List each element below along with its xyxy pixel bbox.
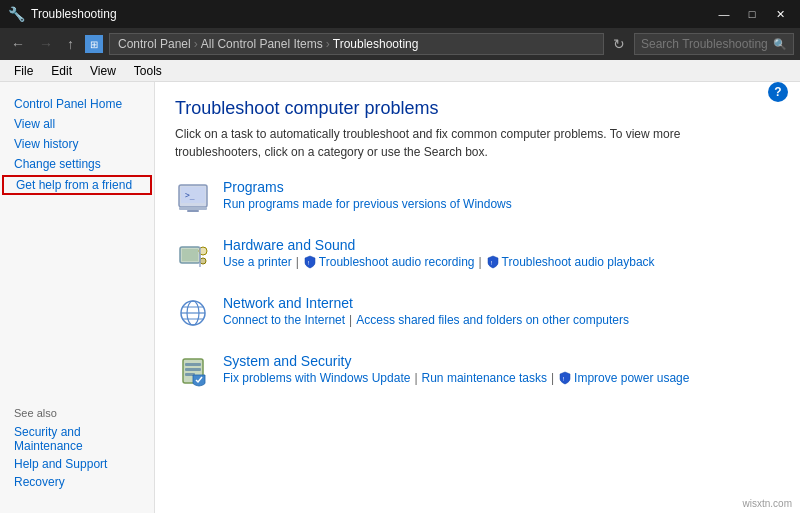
svg-text:>_: >_ <box>185 191 195 200</box>
hardware-title[interactable]: Hardware and Sound <box>223 237 780 253</box>
shield-audio-icon: ! <box>303 255 317 269</box>
hardware-sublink-1[interactable]: Troubleshoot audio recording <box>319 255 475 269</box>
programs-title[interactable]: Programs <box>223 179 780 195</box>
content-area: Troubleshoot computer problems Click on … <box>155 82 800 513</box>
category-security: System and Security Fix problems with Wi… <box>175 353 780 393</box>
page-description: Click on a task to automatically trouble… <box>175 125 755 161</box>
hardware-sublink-0[interactable]: Use a printer <box>223 255 292 269</box>
main-layout: Control Panel Home View all View history… <box>0 82 800 513</box>
refresh-button[interactable]: ↻ <box>608 34 630 54</box>
help-button[interactable]: ? <box>768 82 788 102</box>
category-network: Network and Internet Connect to the Inte… <box>175 295 780 335</box>
up-button[interactable]: ↑ <box>62 34 79 54</box>
security-title[interactable]: System and Security <box>223 353 780 369</box>
network-links: Connect to the Internet | Access shared … <box>223 313 780 327</box>
app-icon: 🔧 <box>8 6 25 22</box>
programs-sublink-0[interactable]: Run programs made for previous versions … <box>223 197 512 211</box>
menu-view[interactable]: View <box>82 62 124 80</box>
sidebar-help-support[interactable]: Help and Support <box>14 455 140 473</box>
search-box[interactable]: 🔍 <box>634 33 794 55</box>
path-segment-3: Troubleshooting <box>333 37 419 51</box>
network-sublink-0[interactable]: Connect to the Internet <box>223 313 345 327</box>
shield-power-icon: ! <box>558 371 572 385</box>
search-icon: 🔍 <box>773 38 787 51</box>
forward-button[interactable]: → <box>34 34 58 54</box>
sidebar-security-maintenance[interactable]: Security and Maintenance <box>14 423 140 455</box>
back-button[interactable]: ← <box>6 34 30 54</box>
search-input[interactable] <box>641 37 773 51</box>
title-bar: 🔧 Troubleshooting — □ ✕ <box>0 0 800 28</box>
hardware-links: Use a printer | ! Troubleshoot audio rec… <box>223 255 780 269</box>
sidebar-view-all[interactable]: View all <box>0 114 154 134</box>
menu-file[interactable]: File <box>6 62 41 80</box>
address-bar: ← → ↑ ⊞ Control Panel › All Control Pane… <box>0 28 800 60</box>
svg-rect-2 <box>179 207 207 210</box>
path-segment-1: Control Panel <box>118 37 191 51</box>
close-button[interactable]: ✕ <box>768 4 792 24</box>
svg-rect-19 <box>185 368 201 371</box>
sidebar-view-history[interactable]: View history <box>0 134 154 154</box>
sidebar-get-help[interactable]: Get help from a friend <box>2 175 152 195</box>
svg-rect-3 <box>187 210 199 212</box>
address-path[interactable]: Control Panel › All Control Panel Items … <box>109 33 604 55</box>
sidebar: Control Panel Home View all View history… <box>0 82 155 513</box>
menu-bar: File Edit View Tools <box>0 60 800 82</box>
security-sublink-1[interactable]: Run maintenance tasks <box>422 371 547 385</box>
svg-rect-18 <box>185 363 201 366</box>
path-segment-2: All Control Panel Items <box>201 37 323 51</box>
window-controls: — □ ✕ <box>712 4 792 24</box>
menu-edit[interactable]: Edit <box>43 62 80 80</box>
maximize-button[interactable]: □ <box>740 4 764 24</box>
category-programs: >_ Programs Run programs made for previo… <box>175 179 780 219</box>
programs-content: Programs Run programs made for previous … <box>223 179 780 211</box>
programs-icon: >_ <box>175 179 211 215</box>
security-content: System and Security Fix problems with Wi… <box>223 353 780 385</box>
security-links: Fix problems with Windows Update | Run m… <box>223 371 780 385</box>
page-title: Troubleshoot computer problems <box>175 98 780 119</box>
window-title: Troubleshooting <box>31 7 712 21</box>
network-content: Network and Internet Connect to the Inte… <box>223 295 780 327</box>
security-icon <box>175 353 211 389</box>
security-sublink-2[interactable]: Improve power usage <box>574 371 689 385</box>
category-hardware: Hardware and Sound Use a printer | ! Tro… <box>175 237 780 277</box>
hardware-sublink-2[interactable]: Troubleshoot audio playback <box>502 255 655 269</box>
svg-point-8 <box>200 258 206 264</box>
security-sublink-0[interactable]: Fix problems with Windows Update <box>223 371 410 385</box>
hardware-icon <box>175 237 211 273</box>
sidebar-see-also: See also Security and Maintenance Help a… <box>0 397 154 501</box>
programs-links: Run programs made for previous versions … <box>223 197 780 211</box>
network-title[interactable]: Network and Internet <box>223 295 780 311</box>
minimize-button[interactable]: — <box>712 4 736 24</box>
sidebar-control-panel-home[interactable]: Control Panel Home <box>0 94 154 114</box>
hardware-content: Hardware and Sound Use a printer | ! Tro… <box>223 237 780 269</box>
sidebar-recovery[interactable]: Recovery <box>14 473 140 491</box>
shield-playback-icon: ! <box>486 255 500 269</box>
network-sublink-1[interactable]: Access shared files and folders on other… <box>356 313 629 327</box>
network-icon <box>175 295 211 331</box>
svg-rect-6 <box>182 249 198 261</box>
sidebar-change-settings[interactable]: Change settings <box>0 154 154 174</box>
watermark: wisxtn.com <box>743 498 792 509</box>
menu-tools[interactable]: Tools <box>126 62 170 80</box>
see-also-title: See also <box>14 407 140 419</box>
